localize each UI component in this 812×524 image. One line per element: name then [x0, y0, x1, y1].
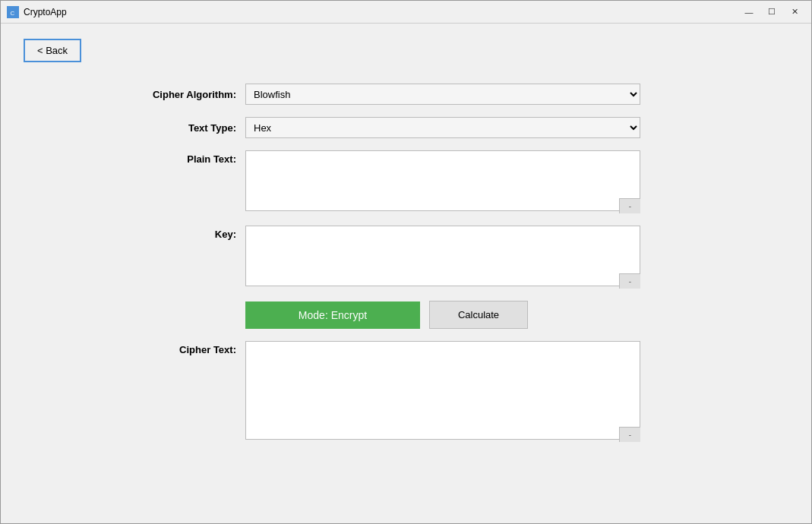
header-row: < Back [24, 39, 788, 77]
calculate-button[interactable]: Calculate [429, 301, 528, 329]
key-row: Key: - [130, 226, 788, 289]
plain-text-input[interactable] [245, 150, 640, 211]
cipher-algorithm-wrapper: Blowfish AES DES 3DES RSA [245, 84, 640, 105]
title-bar: C CryptoApp — ☐ ✕ [1, 1, 811, 24]
key-input[interactable] [245, 226, 640, 286]
app-icon: C [7, 6, 19, 18]
plain-text-corner: - [619, 198, 640, 213]
close-button[interactable]: ✕ [784, 5, 805, 20]
key-wrapper: - [245, 226, 640, 289]
window-title: CryptoApp [24, 7, 67, 17]
back-button[interactable]: < Back [24, 39, 81, 62]
buttons-row: Mode: Encrypt Calculate [130, 301, 788, 329]
plain-text-row: Plain Text: - [130, 150, 788, 213]
mode-button[interactable]: Mode: Encrypt [245, 301, 420, 329]
text-type-row: Text Type: Hex Base64 Plain [130, 117, 788, 138]
text-type-label: Text Type: [130, 122, 236, 134]
title-bar-left: C CryptoApp [7, 6, 67, 18]
plain-text-label: Plain Text: [130, 150, 236, 165]
cipher-algorithm-select[interactable]: Blowfish AES DES 3DES RSA [245, 84, 640, 105]
minimize-button[interactable]: — [738, 5, 760, 20]
cipher-text-wrapper: - [245, 341, 640, 442]
cipher-algorithm-row: Cipher Algorithm: Blowfish AES DES 3DES … [130, 84, 788, 105]
cipher-text-corner: - [619, 427, 640, 442]
svg-text:C: C [11, 9, 15, 16]
text-type-wrapper: Hex Base64 Plain [245, 117, 640, 138]
title-bar-controls: — ☐ ✕ [738, 5, 805, 20]
text-type-select[interactable]: Hex Base64 Plain [245, 117, 640, 138]
content-area: < Back Cipher Algorithm: Blowfish AES DE… [1, 24, 811, 523]
main-window: C CryptoApp — ☐ ✕ < Back Cipher Algorith… [0, 0, 812, 524]
cipher-text-row: Cipher Text: - [130, 341, 788, 442]
restore-button[interactable]: ☐ [761, 5, 782, 20]
cipher-algorithm-label: Cipher Algorithm: [130, 89, 236, 100]
key-corner: - [619, 273, 640, 289]
form-area: Cipher Algorithm: Blowfish AES DES 3DES … [24, 84, 788, 442]
cipher-text-input[interactable] [245, 341, 640, 440]
cipher-text-label: Cipher Text: [130, 341, 236, 355]
plain-text-wrapper: - [245, 150, 640, 213]
key-label: Key: [130, 226, 236, 240]
